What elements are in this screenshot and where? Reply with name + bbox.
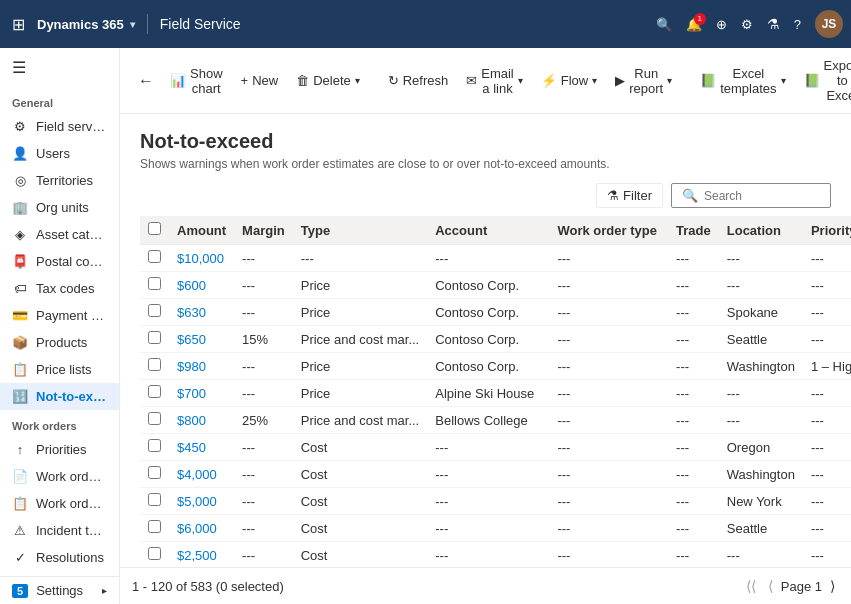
- amount-link[interactable]: $4,000: [177, 467, 217, 482]
- amount-cell[interactable]: $6,000: [169, 515, 234, 542]
- sidebar-item-field-service-settings[interactable]: ⚙ Field service settings: [0, 113, 119, 140]
- sidebar-item-incident-types[interactable]: ⚠ Incident types: [0, 517, 119, 544]
- priority-column-header[interactable]: Priority: [803, 216, 851, 245]
- row-checkbox-cell[interactable]: [140, 245, 169, 272]
- filter-icon[interactable]: ⚗: [767, 16, 780, 32]
- amount-link[interactable]: $10,000: [177, 251, 224, 266]
- sidebar-item-territories[interactable]: ◎ Territories: [0, 167, 119, 194]
- run-report-button[interactable]: ▶ Run report ▾: [607, 62, 680, 100]
- row-checkbox[interactable]: [148, 250, 161, 263]
- amount-link[interactable]: $700: [177, 386, 206, 401]
- amount-cell[interactable]: $800: [169, 407, 234, 434]
- apps-grid-icon[interactable]: ⊞: [8, 11, 29, 38]
- row-checkbox[interactable]: [148, 520, 161, 533]
- account-column-header[interactable]: Account: [427, 216, 549, 245]
- row-checkbox-cell[interactable]: [140, 407, 169, 434]
- margin-column-header[interactable]: Margin: [234, 216, 293, 245]
- sidebar-item-resolutions[interactable]: ✓ Resolutions: [0, 544, 119, 571]
- amount-cell[interactable]: $980: [169, 353, 234, 380]
- amount-cell[interactable]: $650: [169, 326, 234, 353]
- row-checkbox[interactable]: [148, 385, 161, 398]
- row-checkbox-cell[interactable]: [140, 434, 169, 461]
- amount-cell[interactable]: $4,000: [169, 461, 234, 488]
- sidebar-menu-button[interactable]: ☰: [0, 48, 119, 87]
- amount-link[interactable]: $450: [177, 440, 206, 455]
- sidebar-item-users[interactable]: 👤 Users: [0, 140, 119, 167]
- location-column-header[interactable]: Location: [719, 216, 803, 245]
- select-all-checkbox[interactable]: [148, 222, 161, 235]
- row-checkbox[interactable]: [148, 277, 161, 290]
- dynamics-logo[interactable]: Dynamics 365 ▾: [37, 17, 135, 32]
- amount-cell[interactable]: $10,000: [169, 245, 234, 272]
- row-checkbox[interactable]: [148, 493, 161, 506]
- row-checkbox-cell[interactable]: [140, 299, 169, 326]
- amount-link[interactable]: $630: [177, 305, 206, 320]
- sidebar-item-price-lists[interactable]: 📋 Price lists: [0, 356, 119, 383]
- filter-button[interactable]: ⚗ Filter: [596, 183, 663, 208]
- sidebar-item-postal-codes[interactable]: 📮 Postal codes: [0, 248, 119, 275]
- amount-cell[interactable]: $630: [169, 299, 234, 326]
- delete-button[interactable]: 🗑 Delete ▾: [288, 69, 368, 92]
- flow-button[interactable]: ⚡ Flow ▾: [533, 69, 605, 92]
- excel-templates-button[interactable]: 📗 Excel templates ▾: [692, 62, 793, 100]
- type-column-header[interactable]: Type: [293, 216, 428, 245]
- amount-link[interactable]: $650: [177, 332, 206, 347]
- work-order-type-column-header[interactable]: Work order type: [549, 216, 668, 245]
- add-icon[interactable]: ⊕: [716, 17, 727, 32]
- row-checkbox-cell[interactable]: [140, 488, 169, 515]
- show-chart-button[interactable]: 📊 Show chart: [162, 62, 231, 100]
- search-icon[interactable]: 🔍: [656, 17, 672, 32]
- settings-icon[interactable]: ⚙: [741, 17, 753, 32]
- amount-link[interactable]: $800: [177, 413, 206, 428]
- amount-column-header[interactable]: Amount: [169, 216, 234, 245]
- row-checkbox-cell[interactable]: [140, 515, 169, 542]
- next-page-button[interactable]: ⟩: [826, 576, 839, 596]
- row-checkbox-cell[interactable]: [140, 542, 169, 568]
- amount-link[interactable]: $2,500: [177, 548, 217, 563]
- amount-link[interactable]: $980: [177, 359, 206, 374]
- email-link-button[interactable]: ✉ Email a link ▾: [458, 62, 531, 100]
- row-checkbox-cell[interactable]: [140, 272, 169, 299]
- notification-icon[interactable]: 🔔 1: [686, 17, 702, 32]
- export-to-excel-button[interactable]: 📗 Export to Excel ▾: [796, 54, 851, 107]
- row-checkbox-cell[interactable]: [140, 380, 169, 407]
- first-page-button[interactable]: ⟨⟨: [742, 576, 760, 596]
- row-checkbox-cell[interactable]: [140, 461, 169, 488]
- row-checkbox[interactable]: [148, 304, 161, 317]
- sidebar-item-org-units[interactable]: 🏢 Org units: [0, 194, 119, 221]
- trade-column-header[interactable]: Trade: [668, 216, 719, 245]
- help-icon[interactable]: ?: [794, 17, 801, 32]
- amount-cell[interactable]: $600: [169, 272, 234, 299]
- sidebar-item-work-order-substatus[interactable]: 📋 Work order substa...: [0, 490, 119, 517]
- row-checkbox[interactable]: [148, 466, 161, 479]
- sidebar-item-products[interactable]: 📦 Products: [0, 329, 119, 356]
- amount-link[interactable]: $600: [177, 278, 206, 293]
- sidebar-item-tax-codes[interactable]: 🏷 Tax codes: [0, 275, 119, 302]
- search-box[interactable]: 🔍: [671, 183, 831, 208]
- search-input[interactable]: [704, 189, 820, 203]
- row-checkbox-cell[interactable]: [140, 326, 169, 353]
- sidebar-item-payment-terms[interactable]: 💳 Payment terms: [0, 302, 119, 329]
- amount-link[interactable]: $5,000: [177, 494, 217, 509]
- sidebar-item-work-order-types[interactable]: 📄 Work order types: [0, 463, 119, 490]
- sidebar-item-priorities[interactable]: ↑ Priorities: [0, 436, 119, 463]
- sidebar-item-asset-categories[interactable]: ◈ Asset categories: [0, 221, 119, 248]
- amount-cell[interactable]: $450: [169, 434, 234, 461]
- select-all-checkbox-col[interactable]: [140, 216, 169, 245]
- new-button[interactable]: + New: [233, 69, 287, 92]
- refresh-button[interactable]: ↻ Refresh: [380, 69, 457, 92]
- sidebar-item-not-to-exceed[interactable]: 🔢 Not-to-exceed: [0, 383, 119, 410]
- amount-cell[interactable]: $2,500: [169, 542, 234, 568]
- row-checkbox-cell[interactable]: [140, 353, 169, 380]
- amount-link[interactable]: $6,000: [177, 521, 217, 536]
- amount-cell[interactable]: $700: [169, 380, 234, 407]
- sidebar-settings-item[interactable]: 5 Settings ▸: [0, 576, 119, 604]
- row-checkbox[interactable]: [148, 358, 161, 371]
- row-checkbox[interactable]: [148, 331, 161, 344]
- avatar[interactable]: JS: [815, 10, 843, 38]
- back-button[interactable]: ←: [132, 68, 160, 94]
- row-checkbox[interactable]: [148, 412, 161, 425]
- prev-page-button[interactable]: ⟨: [764, 576, 777, 596]
- amount-cell[interactable]: $5,000: [169, 488, 234, 515]
- row-checkbox[interactable]: [148, 439, 161, 452]
